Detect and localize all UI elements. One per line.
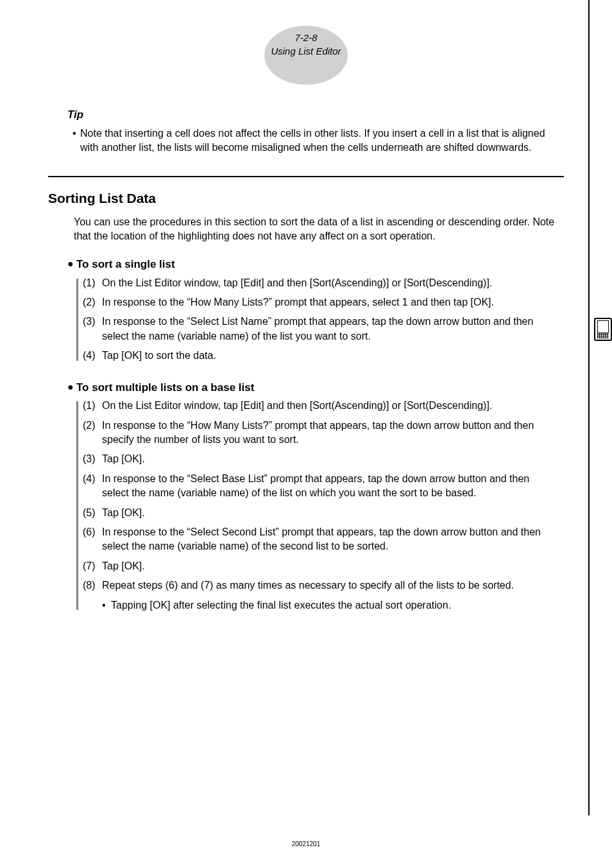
step-text: Tap [OK].	[102, 559, 557, 573]
subheading-2: To sort multiple lists on a base list	[76, 381, 254, 394]
step-item: (6)In response to the “Select Second Lis…	[83, 525, 557, 554]
step-num: (5)	[83, 506, 102, 520]
footer-code: 20021201	[0, 840, 612, 849]
subheading-row-1: ●To sort a single list	[67, 257, 564, 272]
step-text: On the List Editor window, tap [Edit] an…	[102, 276, 557, 290]
step-text: Tap [OK].	[102, 506, 557, 520]
step-text: In response to the “How Many Lists?” pro…	[102, 419, 557, 447]
step-text: In response to the “Select Second List” …	[102, 525, 557, 554]
step-item: (2)In response to the “How Many Lists?” …	[83, 419, 557, 447]
right-margin-rule	[588, 0, 590, 815]
step-num: (3)	[83, 315, 102, 343]
step-num: (2)	[83, 419, 102, 447]
step-num: (7)	[83, 559, 102, 573]
disc-bullet: ●	[67, 380, 76, 394]
steps-block-1: (1)On the List Editor window, tap [Edit]…	[76, 276, 557, 363]
bullet-dot: •	[102, 598, 111, 612]
step-item: (4)Tap [OK] to sort the data.	[83, 349, 557, 363]
step-num: (2)	[83, 295, 102, 309]
step-num: (3)	[83, 452, 102, 466]
step-text: In response to the “How Many Lists?” pro…	[102, 295, 557, 309]
step-text: Repeat steps (6) and (7) as many times a…	[102, 578, 557, 593]
step-note: •Tapping [OK] after selecting the final …	[102, 598, 557, 612]
page-header-badge: 7-2-8 Using List Editor	[48, 26, 564, 85]
page-title: Using List Editor	[264, 44, 348, 58]
tip-text: Note that inserting a cell does not affe…	[80, 126, 556, 155]
step-text: In response to the “Select List Name” pr…	[102, 315, 557, 343]
page-number: 7-2-8	[264, 31, 348, 44]
step-num: (4)	[83, 472, 102, 501]
section-heading: Sorting List Data	[48, 189, 564, 207]
badge-circle: 7-2-8 Using List Editor	[264, 26, 348, 85]
step-text: On the List Editor window, tap [Edit] an…	[102, 399, 557, 413]
calculator-screen	[597, 320, 609, 333]
step-item: (1)On the List Editor window, tap [Edit]…	[83, 399, 557, 413]
step-num: (1)	[83, 276, 102, 290]
bullet-dot: •	[72, 126, 80, 141]
step-item: (3)In response to the “Select List Name”…	[83, 315, 557, 343]
step-text: Tap [OK].	[102, 452, 557, 466]
step-item: (8)Repeat steps (6) and (7) as many time…	[83, 578, 557, 593]
step-num: (6)	[83, 525, 102, 554]
step-num: (1)	[83, 399, 102, 413]
step-text: In response to the “Select Base List” pr…	[102, 472, 557, 501]
tip-body: •Note that inserting a cell does not aff…	[72, 126, 557, 155]
step-text: Tap [OK] to sort the data.	[102, 349, 557, 363]
disc-bullet: ●	[67, 257, 76, 271]
step-item: (5)Tap [OK].	[83, 506, 557, 520]
calculator-keypad	[597, 333, 609, 338]
step-item: (1)On the List Editor window, tap [Edit]…	[83, 276, 557, 290]
step-num: (4)	[83, 349, 102, 363]
subheading-1: To sort a single list	[76, 258, 175, 270]
steps-block-2: (1)On the List Editor window, tap [Edit]…	[76, 399, 557, 612]
calculator-icon	[594, 318, 612, 341]
step-item: (4)In response to the “Select Base List”…	[83, 472, 557, 501]
section-intro: You can use the procedures in this secti…	[74, 215, 557, 244]
tip-heading: Tip	[67, 107, 564, 123]
step-item: (7)Tap [OK].	[83, 559, 557, 573]
step-num: (8)	[83, 578, 102, 593]
step-item: (2)In response to the “How Many Lists?” …	[83, 295, 557, 309]
step-note-text: Tapping [OK] after selecting the final l…	[111, 598, 557, 612]
subheading-row-2: ●To sort multiple lists on a base list	[67, 380, 564, 395]
step-item: (3)Tap [OK].	[83, 452, 557, 466]
section-divider	[48, 176, 564, 177]
